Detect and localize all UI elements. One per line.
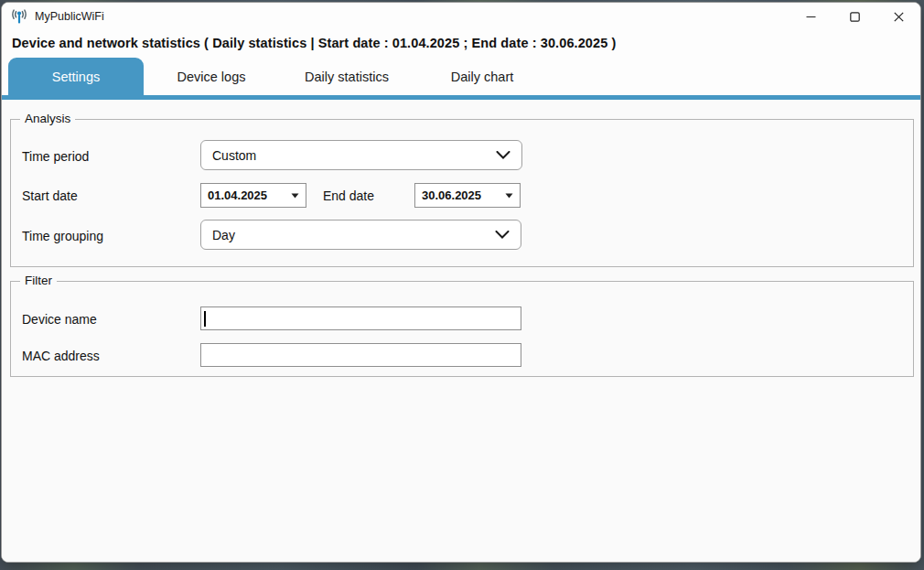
window-controls: [789, 3, 920, 30]
chevron-down-icon: [496, 151, 510, 159]
settings-panel: Analysis Time period Custom Start date 0…: [2, 100, 920, 563]
dropdown-arrow-icon: [505, 193, 513, 199]
tab-label: Daily chart: [451, 70, 514, 84]
time-grouping-select[interactable]: Day: [200, 220, 521, 250]
time-grouping-value: Day: [212, 228, 495, 242]
tab-device-logs[interactable]: Device logs: [144, 58, 279, 95]
tab-label: Daily statistics: [305, 70, 389, 84]
page-title: Device and network statistics ( Daily st…: [12, 36, 616, 50]
end-date-picker[interactable]: 30.06.2025: [414, 183, 521, 208]
dropdown-arrow-icon: [291, 193, 299, 199]
filter-legend: Filter: [20, 274, 57, 287]
close-button[interactable]: [876, 3, 920, 30]
analysis-legend: Analysis: [20, 112, 75, 125]
maximize-icon: [850, 12, 860, 22]
end-date-label: End date: [323, 188, 374, 203]
start-date-label: Start date: [22, 188, 78, 203]
wifi-antenna-icon: [11, 8, 27, 25]
start-date-value: 01.04.2025: [208, 188, 291, 202]
time-period-label: Time period: [22, 149, 89, 164]
chevron-down-icon: [495, 231, 510, 239]
tab-daily-chart[interactable]: Daily chart: [414, 58, 550, 95]
window-title: MyPublicWiFi: [35, 10, 104, 23]
device-name-label: Device name: [22, 312, 97, 327]
end-date-value: 30.06.2025: [422, 188, 505, 202]
analysis-groupbox: Analysis Time period Custom Start date 0…: [10, 119, 914, 267]
time-period-select[interactable]: Custom: [200, 140, 522, 170]
close-icon: [894, 12, 904, 22]
tab-label: Device logs: [177, 70, 246, 84]
time-grouping-label: Time grouping: [22, 229, 103, 243]
text-caret: [204, 311, 206, 327]
tab-bar: Settings Device logs Daily statistics Da…: [2, 58, 920, 95]
mac-address-label: MAC address: [22, 349, 100, 363]
filter-groupbox: Filter Device name MAC address: [10, 281, 914, 377]
maximize-button[interactable]: [833, 3, 876, 30]
app-window: MyPublicWiFi Device and network statisti…: [1, 2, 921, 563]
tab-daily-statistics[interactable]: Daily statistics: [279, 58, 414, 95]
device-name-input[interactable]: [200, 307, 521, 330]
start-date-picker[interactable]: 01.04.2025: [200, 183, 306, 208]
time-period-value: Custom: [212, 148, 496, 163]
mac-address-input[interactable]: [200, 343, 521, 367]
title-bar: MyPublicWiFi: [2, 3, 920, 30]
minimize-icon: [806, 12, 816, 22]
tab-label: Settings: [52, 70, 100, 84]
tab-settings[interactable]: Settings: [8, 58, 144, 95]
minimize-button[interactable]: [789, 3, 833, 30]
